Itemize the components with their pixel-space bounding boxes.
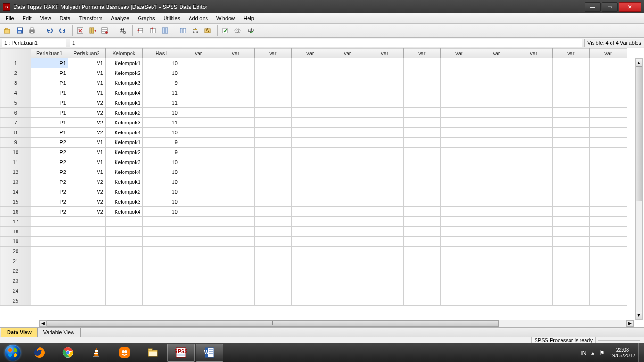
data-cell[interactable] xyxy=(291,227,329,237)
data-cell[interactable] xyxy=(440,197,478,207)
data-cell[interactable] xyxy=(589,128,627,138)
taskbar-clock[interactable]: 22:08 19/05/2017 xyxy=(610,347,636,358)
data-cell[interactable]: Kelompok4 xyxy=(105,207,142,217)
show-desktop-button[interactable] xyxy=(638,343,644,362)
column-header-var-13[interactable]: var xyxy=(515,49,552,58)
menu-file[interactable]: File xyxy=(2,14,18,23)
open-icon[interactable] xyxy=(2,25,13,36)
close-button[interactable]: ✕ xyxy=(619,2,641,12)
data-cell[interactable] xyxy=(217,227,254,237)
data-cell[interactable] xyxy=(31,276,68,286)
data-cell[interactable] xyxy=(552,98,589,108)
data-cell[interactable] xyxy=(440,266,478,276)
data-cell[interactable] xyxy=(403,108,440,118)
data-cell[interactable] xyxy=(366,237,403,247)
data-cell[interactable] xyxy=(478,207,515,217)
data-cell[interactable] xyxy=(478,118,515,128)
data-cell[interactable] xyxy=(440,217,478,227)
data-cell[interactable]: V1 xyxy=(68,88,105,98)
data-cell[interactable] xyxy=(105,227,142,237)
save-icon[interactable] xyxy=(14,25,25,36)
row-header[interactable]: 22 xyxy=(0,266,31,276)
language-indicator[interactable]: IN xyxy=(580,349,586,356)
data-cell[interactable] xyxy=(440,237,478,247)
row-header[interactable]: 4 xyxy=(0,88,31,98)
data-cell[interactable] xyxy=(180,157,217,167)
data-cell[interactable] xyxy=(291,256,329,266)
column-header-hasil[interactable]: Hasil xyxy=(142,49,180,58)
data-cell[interactable] xyxy=(217,217,254,227)
data-cell[interactable]: V2 xyxy=(68,118,105,128)
data-cell[interactable] xyxy=(440,276,478,286)
data-cell[interactable]: Kelompok2 xyxy=(105,68,142,78)
row-header[interactable]: 11 xyxy=(0,157,31,167)
data-cell[interactable] xyxy=(478,148,515,157)
data-cell[interactable] xyxy=(403,68,440,78)
data-cell[interactable] xyxy=(589,237,627,247)
row-header[interactable]: 17 xyxy=(0,217,31,227)
data-cell[interactable] xyxy=(254,118,291,128)
data-cell[interactable] xyxy=(515,98,552,108)
row-header[interactable]: 1 xyxy=(0,58,31,68)
data-cell[interactable] xyxy=(105,217,142,227)
data-cell[interactable] xyxy=(31,227,68,237)
row-header[interactable]: 25 xyxy=(0,296,31,306)
data-cell[interactable] xyxy=(68,247,105,256)
data-cell[interactable] xyxy=(291,138,329,148)
data-cell[interactable] xyxy=(180,207,217,217)
print-icon[interactable] xyxy=(26,25,38,36)
data-cell[interactable] xyxy=(515,187,552,197)
data-cell[interactable] xyxy=(180,108,217,118)
data-cell[interactable] xyxy=(291,247,329,256)
data-cell[interactable] xyxy=(180,167,217,177)
data-cell[interactable] xyxy=(403,266,440,276)
data-cell[interactable]: P2 xyxy=(31,148,68,157)
data-cell[interactable] xyxy=(180,58,217,68)
column-header-var-9[interactable]: var xyxy=(366,49,403,58)
data-cell[interactable] xyxy=(589,167,627,177)
data-cell[interactable] xyxy=(515,256,552,266)
data-cell[interactable] xyxy=(254,187,291,197)
data-cell[interactable] xyxy=(478,197,515,207)
data-cell[interactable] xyxy=(217,266,254,276)
data-cell[interactable] xyxy=(217,247,254,256)
data-cell[interactable] xyxy=(478,266,515,276)
data-cell[interactable] xyxy=(440,207,478,217)
data-cell[interactable] xyxy=(366,88,403,98)
data-cell[interactable] xyxy=(217,58,254,68)
data-cell[interactable]: V1 xyxy=(68,68,105,78)
scroll-thumb[interactable] xyxy=(636,66,642,201)
data-cell[interactable]: P2 xyxy=(31,167,68,177)
data-cell[interactable] xyxy=(403,217,440,227)
data-cell[interactable] xyxy=(31,247,68,256)
data-cell[interactable] xyxy=(403,237,440,247)
data-cell[interactable] xyxy=(515,88,552,98)
menu-window[interactable]: Window xyxy=(213,14,239,23)
row-header[interactable]: 5 xyxy=(0,98,31,108)
data-cell[interactable] xyxy=(217,237,254,247)
data-cell[interactable]: V1 xyxy=(68,148,105,157)
data-cell[interactable] xyxy=(366,217,403,227)
data-cell[interactable]: Kelompok1 xyxy=(105,177,142,187)
data-cell[interactable] xyxy=(515,68,552,78)
data-cell[interactable] xyxy=(403,118,440,128)
data-cell[interactable]: P1 xyxy=(31,58,68,68)
data-cell[interactable]: 11 xyxy=(142,88,180,98)
data-cell[interactable] xyxy=(329,148,366,157)
data-cell[interactable] xyxy=(217,118,254,128)
data-cell[interactable] xyxy=(142,256,180,266)
data-cell[interactable] xyxy=(589,187,627,197)
data-cell[interactable] xyxy=(329,247,366,256)
data-cell[interactable]: Kelompok3 xyxy=(105,78,142,88)
data-cell[interactable] xyxy=(291,296,329,306)
data-cell[interactable] xyxy=(217,157,254,167)
data-cell[interactable]: P1 xyxy=(31,68,68,78)
data-cell[interactable]: P2 xyxy=(31,138,68,148)
data-cell[interactable] xyxy=(552,167,589,177)
data-cell[interactable] xyxy=(291,207,329,217)
data-cell[interactable]: 10 xyxy=(142,58,180,68)
data-cell[interactable] xyxy=(440,58,478,68)
menu-view[interactable]: View xyxy=(36,14,55,23)
insert-case-icon[interactable] xyxy=(135,25,146,36)
data-cell[interactable] xyxy=(254,98,291,108)
